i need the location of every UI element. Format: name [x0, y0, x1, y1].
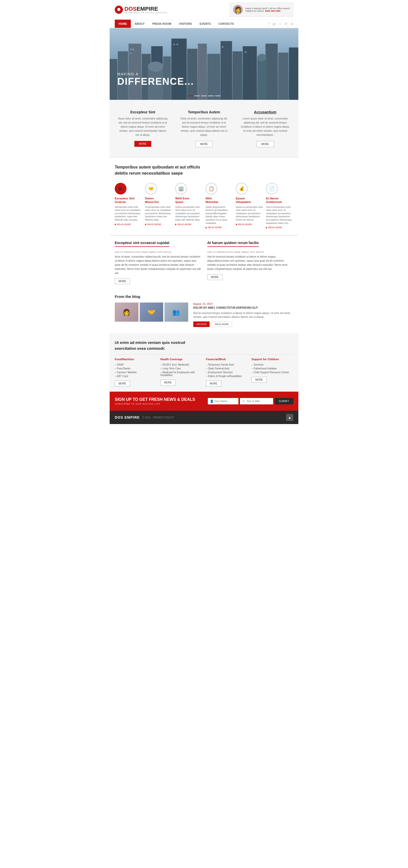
service-6-icon: 📄 — [266, 183, 278, 194]
two-column-section: Excepteur sint occaecat cupidat SED UT P… — [110, 235, 298, 289]
newsletter-subtitle: SUBSCRIBE TO OUR MAILING LIST — [115, 403, 195, 405]
nav-item-contacts[interactable]: CONTACTS — [215, 20, 238, 28]
feature-2-text: Dolor sit amet, consectetur adipiscing e… — [178, 117, 230, 137]
service-item-1: 🏛 Excepteur SintOcaecat Werspiciatis und… — [115, 183, 142, 229]
arrow-icon-5: ▶ — [236, 223, 237, 225]
nav-item-about[interactable]: ABOUT — [131, 20, 148, 28]
newsletter-form: 👤 ✉ SUBMIT — [208, 398, 293, 404]
col-left-sublabel: SED UT PERSPICIATIS UNDE OMNIS ISTE NATU… — [115, 251, 201, 253]
service-2-title: DoloreMassa Est — [145, 196, 172, 204]
feature-1-text: Asum dolor sit amet, consectetur adipisc… — [117, 117, 168, 137]
logo[interactable]: DOSEMPIRE DEPARTMENT OF SOCIAL SERVICES — [115, 6, 167, 14]
list-item: – State General Asst. — [206, 367, 248, 370]
pinterest-icon[interactable]: ℗ — [284, 22, 287, 26]
blog-img-3: 👥 — [165, 303, 188, 322]
col-left: Excepteur sint occaecat cupidat SED UT P… — [115, 241, 201, 284]
nav-item-events[interactable]: EVENTS — [196, 20, 215, 28]
footer: DOS EMPIRE © 2014 PRIVACY POLICY ▲ — [110, 411, 298, 424]
list-item: – Temporary Family Asst. — [206, 363, 248, 367]
programs-title-line2: exercitation exea commodi: — [115, 346, 165, 350]
hero-dot-1[interactable] — [188, 95, 193, 96]
linkedin-icon[interactable]: in — [291, 22, 293, 26]
services-grid: 🏛 Excepteur SintOcaecat Werspiciatis und… — [110, 179, 298, 235]
program-financial-list: – Temporary Family Asst. – State General… — [206, 363, 248, 378]
service-6-readmore[interactable]: ▶READ MORE — [266, 226, 293, 229]
helptext-line2: helpline for advice: 0800 368 0380 — [245, 10, 290, 12]
nav-item-visitors[interactable]: VISITORS — [175, 20, 196, 28]
archive-button[interactable]: ARCHIVE — [193, 321, 210, 327]
service-item-3: 🏢 Welit EsseQuam Dolore perspiciatis und… — [175, 183, 202, 229]
list-item: – EBT Card — [115, 374, 157, 378]
blog-images: 👩 🤝 👥 — [115, 303, 188, 322]
back-to-top-button[interactable]: ▲ — [286, 414, 293, 421]
read-more-button[interactable]: READ MORE — [212, 321, 232, 327]
feature-2-btn[interactable]: MORE — [195, 141, 213, 147]
service-5-readmore[interactable]: ▶READ MORE — [236, 223, 263, 226]
svg-rect-25 — [222, 46, 224, 48]
nav-item-pressroom[interactable]: PRESS ROOM — [148, 20, 175, 28]
program-food-list: – SNAP – Food Banks – Farmers' Markets –… — [115, 363, 157, 378]
googleplus-icon[interactable]: g+ — [273, 22, 276, 26]
col-right-text: Sed do eiusmod tempor incididunt ut labo… — [207, 255, 294, 271]
col-right-title: At harum quidem rerum facilis — [207, 241, 259, 247]
service-4-icon: 📋 — [206, 183, 217, 194]
feature-3: Accusantium Lorem ipsum dolor sit amet, … — [237, 107, 293, 150]
service-4-title: NihilMolestiae — [206, 196, 233, 204]
hero-dot-4[interactable] — [208, 95, 214, 96]
col-right-btn[interactable]: MORE — [207, 274, 223, 280]
programs-title-line1: Ut enim ad minim veniam quis nostrud — [115, 340, 185, 345]
feature-3-btn[interactable]: MORE — [257, 141, 274, 147]
list-item: – Employment Services — [206, 370, 248, 374]
svg-rect-5 — [129, 44, 141, 100]
svg-rect-23 — [173, 44, 175, 45]
service-item-2: 🤝 DoloreMassa Est Ut perspiciatis unds s… — [145, 183, 172, 229]
svg-rect-14 — [233, 51, 242, 100]
programs-section: Ut enim ad minim veniam quis nostrud exe… — [110, 333, 298, 392]
program-health-btn[interactable]: MORE — [160, 380, 176, 385]
newsletter-email-input[interactable] — [240, 398, 273, 404]
email-input-wrapper: ✉ — [240, 398, 273, 404]
speech-bubble-icon — [117, 8, 121, 12]
program-children-btn[interactable]: MORE — [251, 377, 267, 383]
service-item-4: 📋 NihilMolestiae Stolite diognissems dio… — [206, 183, 233, 229]
program-financial-btn[interactable]: MORE — [206, 381, 222, 386]
svg-point-28 — [148, 62, 163, 72]
facebook-icon[interactable]: f — [269, 22, 270, 26]
hero-dot-5[interactable] — [215, 95, 220, 96]
list-item: – Long-Term Care — [160, 367, 202, 370]
service-3-readmore[interactable]: ▶READ MORE — [175, 223, 202, 226]
service-5-title: EpsamVoluptatem — [236, 196, 263, 204]
hero-dot-2[interactable] — [194, 95, 200, 96]
arrow-icon-4: ▶ — [206, 226, 207, 229]
service-1-readmore[interactable]: ▶READ MORE — [115, 223, 142, 226]
features-section: Excepteur Sint Asum dolor sit amet, cons… — [110, 100, 298, 158]
feature-1: Excepteur Sint Asum dolor sit amet, cons… — [115, 107, 171, 150]
list-item: – SNAP — [115, 363, 157, 367]
newsletter-text: SIGN UP TO GET FRESH NEWS & DEALS SUBSCR… — [115, 397, 195, 405]
service-5-text: Massa ut perspiciatis unds sinte natus e… — [236, 206, 263, 222]
rss-icon[interactable]: ≈ — [279, 22, 281, 26]
feature-2-title: Temporibus Autem — [178, 110, 230, 114]
col-left-text: Arror sit amet, consectetur adipiscing e… — [115, 255, 201, 275]
feature-3-title: Accusantium — [240, 110, 291, 114]
hero-dot-3[interactable] — [201, 95, 207, 96]
footer-privacy-link[interactable]: PRIVACY POLICY — [153, 416, 174, 419]
feature-2: Temporibus Autem Dolor sit amet, consect… — [176, 107, 232, 150]
program-food: Food/Nutrition – SNAP – Food Banks – Far… — [115, 358, 157, 386]
program-financial: Financial/Work – Temporary Family Asst. … — [206, 358, 248, 386]
nav-item-home[interactable]: HOME — [115, 20, 131, 28]
hero-small-text: MAKING A — [117, 72, 194, 76]
program-food-btn[interactable]: MORE — [115, 381, 130, 386]
svg-rect-29 — [258, 56, 267, 100]
feature-1-btn[interactable]: MORE — [134, 141, 151, 147]
service-2-readmore[interactable]: ▶READ MORE — [145, 223, 172, 226]
newsletter-submit-btn[interactable]: SUBMIT — [275, 398, 293, 404]
svg-rect-3 — [110, 59, 117, 100]
footer-logo: DOS EMPIRE — [115, 415, 140, 420]
arrow-icon-3: ▶ — [175, 223, 177, 225]
service-3-text: Dolore perspiciatis unds sinte natus err… — [175, 206, 202, 222]
service-2-text: Ut perspiciatis unds sinte natus error s… — [145, 206, 172, 222]
service-1-text: Werspiciatis unds sinte natus error sit … — [115, 206, 142, 222]
service-4-readmore[interactable]: ▶READ MORE — [206, 226, 233, 229]
col-left-btn[interactable]: MORE — [115, 278, 130, 284]
